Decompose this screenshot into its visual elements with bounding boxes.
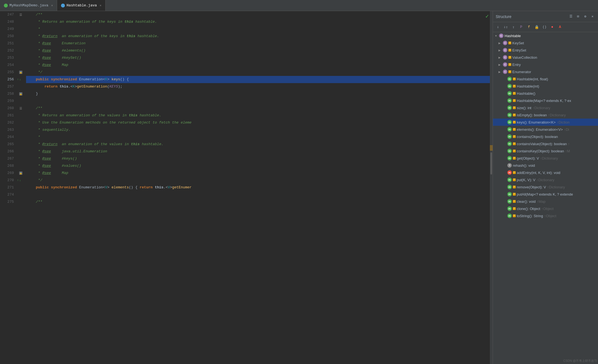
tree-label-hashtable: Hashtable: [505, 34, 521, 38]
tree-label-containskey-dict: ↑M: [565, 149, 570, 153]
sort-btn2[interactable]: ⇧: [510, 24, 517, 30]
code-line-270: */: [26, 177, 490, 184]
tree-item-keys[interactable]: m 🔒 keys(): Enumeration<K> ↑Diction: [493, 119, 598, 126]
tree-item-remove[interactable]: m 🔒 remove(Object): V ↑Dictionary: [493, 183, 598, 191]
tree-icon-rehash: ?: [507, 163, 512, 168]
filter-orange-btn[interactable]: f: [526, 24, 532, 30]
tree-label-isempty-dict: ↑Dictionary: [548, 113, 566, 117]
filter-a-btn[interactable]: A: [557, 24, 563, 30]
tab-hashtable-label: Hashtable.java: [67, 3, 97, 7]
tree-item-entryset[interactable]: C 🔒 EntrySet: [493, 47, 598, 54]
tab-hashtable-close[interactable]: ✕: [100, 4, 101, 7]
tree-item-addentry[interactable]: m 🔒 addEntry(int, K, V, int): void: [493, 169, 598, 176]
structure-sort-icon[interactable]: ☰: [568, 14, 574, 19]
tree-label-entryset: EntrySet: [512, 48, 526, 52]
code-line-260: /**: [26, 105, 490, 112]
filter-angle-btn[interactable]: ⟨⟩: [541, 24, 548, 30]
tree-icon-valuecollection: C: [503, 55, 507, 60]
tree-lock-19: 🔒: [513, 214, 516, 217]
sort-alpha-desc-btn[interactable]: ⇩: [495, 24, 501, 30]
tree-label-remove: remove(Object): V: [517, 185, 546, 189]
gutter-271: ↑ ↓: [17, 177, 25, 184]
tree-item-hashtable-map[interactable]: m 🔒 Hashtable(Map<? extends K, ? ex: [493, 97, 598, 104]
tab-myhashmap-label: MyHashMapDemo.java: [9, 3, 48, 7]
tree-lock-7: 🔒: [513, 121, 516, 124]
gutter-256: ↑ ↓: [17, 76, 25, 83]
tree-item-containskey[interactable]: m 🔒 containsKey(Object): boolean ↑M: [493, 147, 598, 155]
tree-root-hashtable[interactable]: C Hashtable: [493, 32, 598, 39]
gutter-260[interactable]: ☰: [17, 105, 25, 112]
tree-icon-entryset: C: [503, 48, 507, 52]
tree-icon-clone: m: [507, 206, 512, 211]
tree-label-keys: keys(): Enumeration<K>: [517, 120, 556, 124]
tree-icon-containskey: m: [507, 149, 512, 153]
tree-label-containsvalue: containsValue(Object): boolean: [517, 142, 567, 146]
tree-item-hashtable-int-float[interactable]: m 🔒 Hashtable(int, float): [493, 75, 598, 83]
structure-header: Structure ☰ ⊟ ⚙ ✕: [493, 11, 598, 22]
gutter: ☰ 🔒 ↑ ↓ 🔒 ☰: [17, 11, 25, 364]
tab-myhashmap[interactable]: MyHashMapDemo.java ✕: [0, 0, 57, 11]
tree-label-addentry: addEntry(int, K, V, int): void: [517, 171, 560, 175]
code-line-248: * Returns an enumeration of the keys in …: [26, 18, 490, 25]
tree-icon-isempty: m: [507, 113, 512, 117]
code-line-253: * @see #keySet(): [26, 54, 490, 61]
tree-label-size-dict: ↑Dictionary: [533, 106, 550, 110]
tree-item-contains[interactable]: m 🔒 contains(Object): boolean: [493, 133, 598, 140]
tree-item-isempty[interactable]: m 🔒 isEmpty(): boolean ↑Dictionary: [493, 111, 598, 119]
tree-lock-valuecollection: 🔒: [508, 56, 511, 59]
tab-hashtable[interactable]: Hashtable.java ✕: [57, 0, 106, 11]
tree-item-rehash[interactable]: ? rehash(): void: [493, 162, 598, 169]
tree-item-entry[interactable]: C 🔒 Entry: [493, 61, 598, 68]
tree-item-hashtable-int[interactable]: m 🔒 Hashtable(int): [493, 83, 598, 90]
tree-label-clone: clone(): Object: [517, 207, 540, 211]
tree-icon-hashtable-int-float: m: [507, 77, 512, 81]
tree-item-enumerator[interactable]: C 🔒 Enumerator: [493, 68, 598, 75]
tree-item-containsvalue[interactable]: m 🔒 containsValue(Object): boolean ↑: [493, 140, 598, 147]
filter-purple-btn[interactable]: P: [518, 24, 525, 30]
tree-icon-addentry: m: [507, 170, 512, 175]
structure-close-icon[interactable]: ✕: [590, 14, 595, 19]
tab-hashtable-icon: [61, 4, 65, 7]
code-line-266: * @see java.util.Enumeration: [26, 148, 490, 155]
scroll-highlight: [490, 145, 493, 151]
code-line-261: * Returns an enumeration of the values i…: [26, 112, 490, 119]
code-line-255: */: [26, 69, 490, 76]
tree-item-put[interactable]: m 🔒 put(K, V): V ↑Dictionary: [493, 176, 598, 183]
structure-title: Structure: [496, 14, 512, 19]
code-line-251: * @see Enumeration: [26, 40, 490, 47]
gutter-255: 🔒: [17, 69, 25, 76]
structure-collapse-icon[interactable]: ⊟: [575, 14, 581, 19]
scroll-thumb[interactable]: [490, 152, 492, 175]
tree-item-putall[interactable]: m 🔒 putAll(Map<? extends K, ? extende: [493, 191, 598, 198]
filter-lock-btn[interactable]: 🔒: [533, 24, 540, 30]
tree-icon-hashtable-map: m: [507, 98, 512, 103]
tree-icon-size: m: [507, 106, 512, 110]
tree-lock-keyset: 🔒: [508, 42, 511, 44]
sort-alpha-asc-btn[interactable]: ⇩⇧: [502, 24, 509, 30]
tree-item-keyset[interactable]: C 🔒 KeySet: [493, 39, 598, 47]
tree-label-get-dict: ↑Dictionary: [540, 156, 558, 160]
code-line-259: [26, 98, 490, 105]
gutter-247[interactable]: ☰: [17, 11, 25, 18]
tree-item-elements[interactable]: m 🔒 elements(): Enumeration<V> ↑Di: [493, 126, 598, 133]
tree-label-isempty: isEmpty(): boolean: [517, 113, 547, 117]
tree-icon-hashtable-empty: m: [507, 91, 512, 96]
tree-item-size[interactable]: m 🔒 size(): int ↑Dictionary: [493, 104, 598, 111]
editor-scrollbar[interactable]: [490, 11, 493, 364]
tree-item-valuecollection[interactable]: C 🔒 ValueCollection: [493, 54, 598, 61]
tab-myhashmap-close[interactable]: ✕: [51, 4, 53, 7]
tree-item-hashtable-empty[interactable]: m 🔒 Hashtable(): [493, 90, 598, 97]
tree-item-get[interactable]: m 🔒 get(Object): V ↑Dictionary: [493, 155, 598, 162]
tree-icon-containsvalue: m: [507, 142, 512, 146]
structure-settings-icon[interactable]: ⚙: [582, 14, 588, 19]
tree-item-clone[interactable]: m 🔒 clone(): Object ↑Object: [493, 205, 598, 212]
filter-circle-btn[interactable]: ●: [549, 24, 556, 30]
tree-label-containskey: containsKey(Object): boolean: [517, 149, 564, 153]
code-line-268: * @see #values(): [26, 162, 490, 170]
code-content[interactable]: /** * Returns an enumeration of the keys…: [25, 11, 490, 364]
tree-lock-8: 🔒: [513, 128, 516, 131]
tree-item-tostring[interactable]: m 🔒 toString(): String ↑Object: [493, 212, 598, 219]
tree-arrow-valuecollection: [498, 56, 502, 59]
tree-item-clear[interactable]: m 🔒 clear(): void ↑Map: [493, 198, 598, 205]
tree-lock-11: 🔒: [513, 150, 516, 152]
